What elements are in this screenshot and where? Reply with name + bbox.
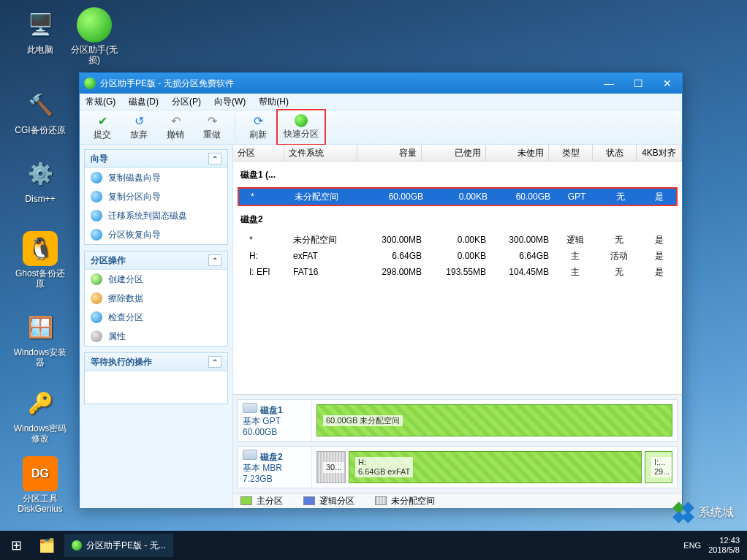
disk2-title[interactable]: 磁盘2 bbox=[233, 206, 682, 232]
segment-unallocated[interactable]: 60.00GB 未分配空间 bbox=[316, 404, 672, 436]
system-tray[interactable]: ENG 12:43 2018/5/8 bbox=[683, 536, 747, 555]
wipe-icon bbox=[91, 292, 102, 304]
op-check[interactable]: 检查分区 bbox=[85, 308, 227, 327]
tb-discard[interactable]: ↺放弃 bbox=[121, 111, 157, 143]
app-icon bbox=[84, 77, 96, 89]
map-disk2[interactable]: 磁盘2基本 MBR7.23GB 30... H: 6.64GB exFAT I:… bbox=[238, 446, 678, 488]
table-row[interactable]: * 未分配空间 60.00GB 0.00KB 60.00GB GPT 无 是 bbox=[239, 189, 676, 205]
tb-refresh[interactable]: ⟳刷新 bbox=[240, 111, 276, 143]
segment-h[interactable]: H: 6.64GB exFAT bbox=[349, 451, 642, 483]
tb-quick-partition[interactable]: 快速分区 bbox=[279, 112, 323, 143]
map-info: 磁盘1基本 GPT60.00GB bbox=[238, 400, 312, 441]
redo-icon: ↷ bbox=[205, 113, 219, 128]
side-panel: 向导⌃ 复制磁盘向导 复制分区向导 迁移系统到固态磁盘 分区恢复向导 分区操作⌃… bbox=[80, 145, 233, 508]
col-state[interactable]: 状态 bbox=[593, 145, 637, 161]
menu-disk[interactable]: 磁盘(D) bbox=[126, 94, 162, 110]
group-head-wizard[interactable]: 向导⌃ bbox=[85, 150, 227, 168]
group-head-pending[interactable]: 等待执行的操作⌃ bbox=[85, 353, 227, 371]
collapse-icon[interactable]: ⌃ bbox=[208, 153, 221, 164]
globe-icon bbox=[295, 114, 308, 127]
start-button[interactable]: ⊞ bbox=[0, 531, 32, 560]
window-title: 分区助手PE版 - 无损分区免费软件 bbox=[100, 77, 234, 90]
recover-icon bbox=[91, 229, 102, 241]
menu-general[interactable]: 常规(G) bbox=[83, 94, 118, 110]
list-body: 磁盘1 (... * 未分配空间 60.00GB 0.00KB 60.00GB … bbox=[233, 162, 682, 394]
disk1-title[interactable]: 磁盘1 (... bbox=[233, 162, 682, 187]
disk-maps: 磁盘1基本 GPT60.00GB 60.00GB 未分配空间 磁盘2基本 MBR… bbox=[233, 394, 682, 508]
separator bbox=[235, 114, 235, 140]
col-capacity[interactable]: 容量 bbox=[357, 145, 422, 161]
watermark: 系统城 bbox=[672, 502, 734, 523]
col-partition[interactable]: 分区 bbox=[233, 145, 284, 161]
table-row[interactable]: I: EFI FAT16 298.00MB 193.55MB 104.45MB … bbox=[238, 264, 678, 280]
logo-icon bbox=[668, 497, 699, 528]
legend-logical: 逻辑分区 bbox=[303, 495, 354, 507]
table-row[interactable]: H: exFAT 6.64GB 0.00KB 6.64GB 主 活动 是 bbox=[238, 248, 678, 264]
drive-icon bbox=[243, 403, 257, 413]
refresh-icon: ⟳ bbox=[251, 113, 265, 128]
create-icon bbox=[91, 273, 102, 285]
menu-help[interactable]: 帮助(H) bbox=[256, 94, 292, 110]
legend-swatch-logical bbox=[303, 496, 315, 505]
col-used[interactable]: 已使用 bbox=[422, 145, 486, 161]
op-create[interactable]: 创建分区 bbox=[85, 270, 227, 289]
collapse-icon[interactable]: ⌃ bbox=[208, 254, 221, 266]
check-icon: ✔ bbox=[95, 113, 110, 128]
wiz-recover[interactable]: 分区恢复向导 bbox=[85, 225, 227, 244]
desktop-icon-paapp[interactable]: 分区助手(无损) bbox=[67, 7, 121, 65]
taskbar: ⊞ 🗂️ 分区助手PE版 - 无... ENG 12:43 2018/5/8 bbox=[0, 531, 747, 560]
op-properties[interactable]: 属性 bbox=[85, 327, 227, 346]
table-row[interactable]: * 未分配空间 300.00MB 0.00KB 300.00MB 逻辑 无 是 bbox=[238, 232, 678, 248]
group-head-ops[interactable]: 分区操作⌃ bbox=[85, 251, 227, 270]
tb-undo[interactable]: ↶撤销 bbox=[157, 111, 194, 143]
file-explorer-icon[interactable]: 🗂️ bbox=[32, 531, 61, 560]
prop-icon bbox=[91, 330, 102, 342]
close-button[interactable]: ✕ bbox=[653, 73, 682, 94]
collapse-icon[interactable]: ⌃ bbox=[208, 356, 221, 368]
col-type[interactable]: 类型 bbox=[549, 145, 593, 161]
toolbar: ✔提交 ↺放弃 ↶撤销 ↷重做 ⟳刷新 快速分区 bbox=[80, 110, 682, 145]
taskbar-app-button[interactable]: 分区助手PE版 - 无... bbox=[64, 534, 173, 557]
desktop-icon-dism[interactable]: ⚙️Dism++ bbox=[13, 156, 67, 204]
map-disk1[interactable]: 磁盘1基本 GPT60.00GB 60.00GB 未分配空间 bbox=[238, 399, 678, 442]
segment-unallocated[interactable]: 30... bbox=[316, 451, 346, 483]
quick-partition-highlight: 快速分区 bbox=[276, 109, 326, 145]
minimize-button[interactable]: — bbox=[594, 73, 623, 94]
maximize-button[interactable]: ☐ bbox=[623, 73, 653, 94]
partition-icon bbox=[91, 191, 102, 203]
col-free[interactable]: 未使用 bbox=[486, 145, 549, 161]
desktop-icon-thispc[interactable]: 🖥️此电脑 bbox=[13, 7, 67, 55]
map-info: 磁盘2基本 MBR7.23GB bbox=[238, 447, 312, 488]
legend: 主分区 逻辑分区 未分配空间 bbox=[233, 493, 682, 508]
legend-primary: 主分区 bbox=[240, 495, 283, 507]
op-wipe[interactable]: 擦除数据 bbox=[85, 289, 227, 308]
selected-row-highlight: * 未分配空间 60.00GB 0.00KB 60.00GB GPT 无 是 bbox=[238, 187, 678, 206]
col-filesystem[interactable]: 文件系统 bbox=[284, 145, 357, 161]
undo2-icon: ↶ bbox=[168, 113, 183, 128]
wiz-copy-disk[interactable]: 复制磁盘向导 bbox=[85, 168, 227, 187]
segment-i-efi[interactable]: I:... 29... bbox=[645, 451, 672, 483]
desktop-icon-diskgenius[interactable]: DG分区工具DiskGenius bbox=[13, 456, 67, 514]
tray-lang[interactable]: ENG bbox=[683, 541, 701, 550]
tray-time: 12:43 bbox=[719, 536, 740, 545]
tray-date: 2018/5/8 bbox=[708, 545, 740, 554]
desktop-icon-cgi[interactable]: 🔨CGI备份还原 bbox=[13, 88, 67, 135]
wiz-migrate-ssd[interactable]: 迁移系统到固态磁盘 bbox=[85, 206, 227, 225]
desktop-icon-wininstall[interactable]: 🪟Windows安装器 bbox=[13, 310, 67, 368]
wiz-copy-partition[interactable]: 复制分区向导 bbox=[85, 187, 227, 206]
desktop-icon-ghost[interactable]: 🐧Ghost备份还原 bbox=[13, 231, 67, 289]
menu-partition[interactable]: 分区(P) bbox=[169, 94, 204, 110]
group-wizards: 向导⌃ 复制磁盘向导 复制分区向导 迁移系统到固态磁盘 分区恢复向导 bbox=[84, 149, 228, 245]
app-icon bbox=[72, 540, 82, 550]
check2-icon bbox=[91, 311, 102, 323]
tb-commit[interactable]: ✔提交 bbox=[84, 111, 121, 143]
tb-redo[interactable]: ↷重做 bbox=[194, 111, 230, 143]
col-4k[interactable]: 4KB对齐 bbox=[637, 145, 682, 161]
group-pending: 等待执行的操作⌃ bbox=[84, 352, 228, 404]
group-operations: 分区操作⌃ 创建分区 擦除数据 检查分区 属性 bbox=[84, 251, 228, 347]
titlebar[interactable]: 分区助手PE版 - 无损分区免费软件 — ☐ ✕ bbox=[80, 73, 682, 94]
menu-wizard[interactable]: 向导(W) bbox=[211, 94, 249, 110]
app-window: 分区助手PE版 - 无损分区免费软件 — ☐ ✕ 常规(G) 磁盘(D) 分区(… bbox=[79, 72, 683, 507]
desktop-icon-winpwd[interactable]: 🔑Windows密码修改 bbox=[13, 386, 67, 444]
undo-icon: ↺ bbox=[132, 113, 146, 128]
